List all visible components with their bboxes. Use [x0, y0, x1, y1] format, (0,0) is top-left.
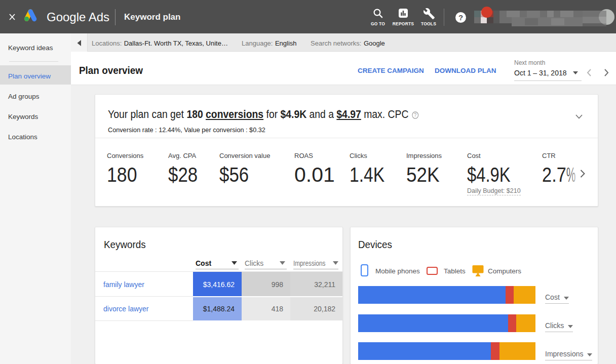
svg-text:?: ?: [414, 112, 417, 118]
